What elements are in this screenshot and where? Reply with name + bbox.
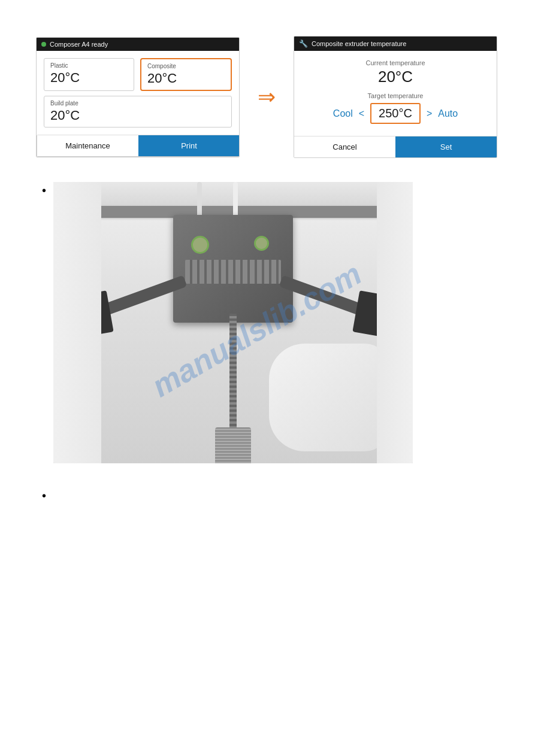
- build-plate-temp-value: 20°C: [50, 108, 225, 123]
- photo-section: •: [36, 182, 499, 463]
- cancel-button[interactable]: Cancel: [294, 136, 395, 157]
- target-temp-label: Target temperature: [301, 92, 489, 99]
- auto-button[interactable]: Auto: [438, 108, 458, 119]
- current-temp-value: 20°C: [301, 68, 489, 86]
- composite-temp-panel[interactable]: Composite 20°C: [140, 58, 232, 91]
- right-screen: 🔧 Composite extruder temperature Current…: [294, 36, 497, 158]
- nozzle-brush: [215, 427, 251, 463]
- arrow-container: ⇒: [252, 84, 282, 110]
- printer-photo: manualslib.com: [53, 182, 413, 463]
- right-title-bar: 🔧 Composite extruder temperature: [294, 37, 497, 51]
- left-title-bar: Composer A4 ready: [37, 38, 239, 51]
- composite-temp-value: 20°C: [147, 71, 225, 86]
- target-temp-input[interactable]: 250°C: [370, 103, 421, 124]
- print-button[interactable]: Print: [138, 135, 240, 156]
- right-screen-title: Composite extruder temperature: [312, 40, 406, 47]
- right-content-area: Current temperature 20°C Target temperat…: [294, 51, 497, 133]
- increment-button[interactable]: >: [427, 108, 432, 119]
- right-bottom-bar: Cancel Set: [294, 136, 497, 157]
- lead-screw: [229, 314, 237, 433]
- build-plate-label: Build plate: [50, 100, 225, 107]
- current-temp-label: Current temperature: [301, 59, 489, 66]
- bullet-point-1: •: [42, 182, 46, 463]
- maintenance-button[interactable]: Maintenance: [37, 135, 138, 156]
- set-button[interactable]: Set: [395, 136, 497, 157]
- left-screen: Composer A4 ready Plastic 20°C Composite…: [36, 37, 240, 157]
- connector-1: [191, 236, 209, 254]
- wrench-icon: 🔧: [299, 40, 308, 48]
- bullet-point-2: •: [42, 487, 46, 502]
- left-content-area: Plastic 20°C Composite 20°C: [37, 51, 239, 96]
- left-screen-title: Composer A4 ready: [50, 41, 108, 48]
- printer-visual: manualslib.com: [53, 182, 413, 463]
- right-arrow-icon: ⇒: [258, 84, 276, 110]
- plastic-label: Plastic: [50, 62, 128, 69]
- target-temp-controls: Cool < 250°C > Auto: [301, 103, 489, 124]
- plastic-temp-value: 20°C: [50, 70, 128, 86]
- build-plate-panel: Build plate 20°C: [44, 96, 232, 127]
- top-ui-section: Composer A4 ready Plastic 20°C Composite…: [36, 36, 499, 158]
- status-dot: [41, 42, 46, 47]
- heater-block: [185, 260, 281, 284]
- second-bullet-section: •: [36, 487, 499, 502]
- right-panel: [377, 182, 413, 463]
- connector-2: [254, 236, 269, 251]
- build-plate-row: Build plate 20°C: [37, 96, 239, 132]
- cool-button[interactable]: Cool: [333, 108, 353, 119]
- gloved-hand: [269, 344, 389, 451]
- decrement-button[interactable]: <: [359, 108, 364, 119]
- composite-label: Composite: [147, 63, 225, 69]
- plastic-temp-panel: Plastic 20°C: [44, 58, 134, 91]
- left-bottom-bar: Maintenance Print: [37, 135, 240, 157]
- left-panel: [53, 182, 101, 463]
